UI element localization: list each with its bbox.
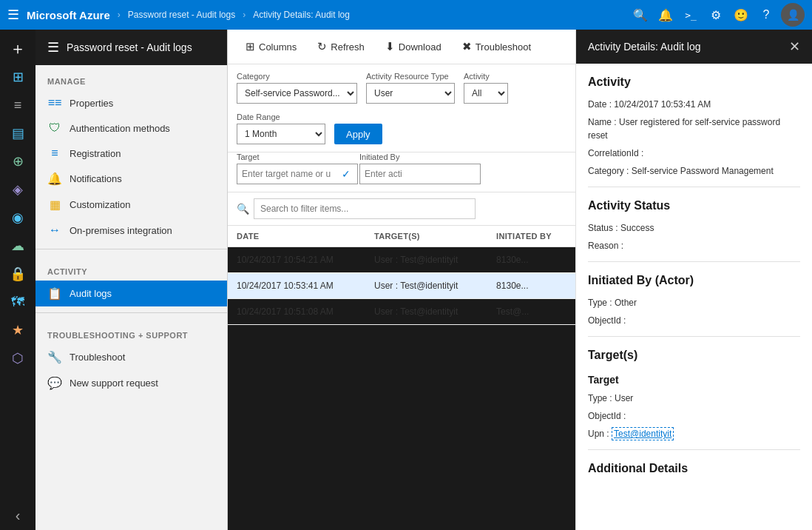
search-bar: 🔍 <box>228 192 575 226</box>
sidebar-item-properties[interactable]: ≡≡ Properties <box>35 90 227 115</box>
reason-row: Reason : <box>588 239 800 252</box>
reason-label: Reason : <box>588 241 623 251</box>
resource-type-select[interactable]: User <box>366 83 455 104</box>
columns-icon: ⊞ <box>246 40 255 53</box>
hamburger-menu-icon[interactable]: ☰ <box>7 7 19 23</box>
sidebar-title: Password reset - Audit logs <box>67 41 192 53</box>
status-section-title: Activity Status <box>588 199 800 212</box>
sidebar-item-registration[interactable]: ≡ Registration <box>35 141 227 166</box>
date-row: Date : 10/24/2017 10:53:41 AM <box>588 98 800 111</box>
right-panel-body: Activity Date : 10/24/2017 10:53:41 AM N… <box>576 64 812 496</box>
status-label: Status : <box>588 223 618 233</box>
feedback-icon[interactable]: 🙂 <box>731 4 751 25</box>
filters-row: Category Self-service Password... Activi… <box>228 64 575 152</box>
sidebar: ☰ Password reset - Audit logs MANAGE ≡≡ … <box>35 30 228 530</box>
cell-targets: User : Test@identityit <box>365 299 487 325</box>
manage-section-label: MANAGE <box>35 65 227 90</box>
security-icon[interactable]: 🔒 <box>3 261 33 287</box>
cloud-shell-icon[interactable]: >_ <box>680 4 701 25</box>
sidebar-item-label: Registration <box>70 148 121 159</box>
date-label: Date : <box>588 99 612 110</box>
troubleshoot-section-label: TROUBLESHOOTING + SUPPORT <box>35 319 227 344</box>
avatar[interactable]: 👤 <box>781 3 805 27</box>
sidebar-item-auth-methods[interactable]: 🛡 Authentication methods <box>35 115 227 141</box>
monitor-icon[interactable]: ◉ <box>3 204 33 231</box>
cell-initiated: Test@... <box>487 299 575 325</box>
properties-icon: ≡≡ <box>47 96 62 110</box>
rp-divider-4 <box>588 449 800 450</box>
sidebar-item-troubleshoot[interactable]: 🔧 Troubleshoot <box>35 344 227 370</box>
category-select[interactable]: Self-service Password... <box>237 83 357 104</box>
target-filter: Target ✓ <box>237 152 351 184</box>
icon-rail: ＋ ⊞ ≡ ▤ ⊕ ◈ ◉ ☁ 🔒 🗺 ★ ⬡ ‹ <box>0 30 35 530</box>
sidebar-item-onprem[interactable]: ↔ On-premises integration <box>35 218 227 243</box>
rp-divider-3 <box>588 336 800 337</box>
extra-icon[interactable]: ⬡ <box>3 345 33 372</box>
sidebar-item-customization[interactable]: ▦ Customization <box>35 192 227 218</box>
refresh-button[interactable]: ↻ Refresh <box>308 36 373 58</box>
right-panel-close-icon[interactable]: ✕ <box>789 38 800 55</box>
search-bar-icon: 🔍 <box>237 203 249 215</box>
storage-icon[interactable]: ☁ <box>3 232 33 259</box>
sidebar-item-label: Troubleshoot <box>70 352 125 363</box>
cell-date: 10/24/2017 10:53:41 AM <box>228 273 365 299</box>
all-resources-icon[interactable]: ≡ <box>3 92 33 118</box>
target-type-label: Type : <box>588 393 612 403</box>
onprem-icon: ↔ <box>47 224 62 237</box>
activity-section-title: Activity <box>588 76 800 89</box>
sidebar-item-audit-logs[interactable]: 📋 Audit logs <box>35 281 227 306</box>
sidebar-item-label: Properties <box>70 98 113 109</box>
upn-value[interactable]: Test@identityit <box>612 427 674 440</box>
audit-table: DATE TARGET(S) INITIATED BY 10/24/2017 1… <box>228 226 575 325</box>
category-row: Category : Self-service Password Managem… <box>588 164 800 178</box>
date-range-select[interactable]: 1 Month 1 Week 1 Day <box>237 124 325 144</box>
target-input-confirm-icon[interactable]: ✓ <box>342 168 351 180</box>
refresh-icon: ↻ <box>317 40 327 53</box>
sidebar-item-notifications[interactable]: 🔔 Notifications <box>35 166 227 192</box>
search-icon[interactable]: 🔍 <box>630 4 651 25</box>
breadcrumb-1[interactable]: Password reset - Audit logs <box>128 10 235 20</box>
notifications-sidebar-icon: 🔔 <box>47 172 62 186</box>
new-resource-icon[interactable]: ＋ <box>4 36 31 62</box>
table-container[interactable]: DATE TARGET(S) INITIATED BY 10/24/2017 1… <box>228 226 575 530</box>
upn-row: Upn : Test@identityit <box>588 427 800 440</box>
app-brand: Microsoft Azure <box>27 9 110 21</box>
table-row[interactable]: 10/24/2017 10:54:21 AM User : Test@ident… <box>228 247 575 273</box>
collapse-rail-icon[interactable]: ‹ <box>16 507 21 524</box>
col-header-initiated[interactable]: INITIATED BY <box>487 226 575 247</box>
sidebar-hamburger-icon[interactable]: ☰ <box>47 39 59 56</box>
starred-icon[interactable]: ★ <box>3 317 33 343</box>
breadcrumb-2[interactable]: Activity Details: Audit log <box>253 10 350 20</box>
table-row[interactable]: 10/24/2017 10:51:08 AM User : Test@ident… <box>228 299 575 325</box>
col-header-date[interactable]: DATE <box>228 226 365 247</box>
dashboard-icon[interactable]: ⊞ <box>3 64 33 90</box>
col-header-targets[interactable]: TARGET(S) <box>365 226 487 247</box>
sidebar-header: ☰ Password reset - Audit logs <box>35 30 227 65</box>
settings-icon[interactable]: ⚙ <box>706 4 726 25</box>
targets-section-title: Target(s) <box>588 349 800 362</box>
cell-initiated: 8130e... <box>487 247 575 273</box>
download-button[interactable]: ⬇ Download <box>376 36 450 58</box>
troubleshoot-toolbar-button[interactable]: ✖ Troubleshoot <box>453 36 540 58</box>
category-label: Category <box>237 72 357 81</box>
middle-content: ⊞ Columns ↻ Refresh ⬇ Download ✖ Trouble… <box>228 30 812 530</box>
maps-icon[interactable]: 🗺 <box>3 289 33 315</box>
notifications-icon[interactable]: 🔔 <box>655 4 676 25</box>
azure-ad-icon[interactable]: ◈ <box>3 176 33 203</box>
activity-select[interactable]: All <box>464 83 508 104</box>
columns-button[interactable]: ⊞ Columns <box>237 36 305 58</box>
auth-methods-icon: 🛡 <box>47 121 62 135</box>
rp-divider-2 <box>588 261 800 262</box>
initiated-by-input[interactable] <box>359 164 481 184</box>
help-icon[interactable]: ? <box>756 4 777 25</box>
target-input[interactable] <box>237 164 358 184</box>
resource-groups-icon[interactable]: ▤ <box>3 120 33 147</box>
marketplace-icon[interactable]: ⊕ <box>3 148 33 175</box>
target-objectid-row: ObjectId : <box>588 409 800 423</box>
search-input[interactable] <box>254 198 476 219</box>
table-row[interactable]: 10/24/2017 10:53:41 AM User : Test@ident… <box>228 273 575 299</box>
apply-button[interactable]: Apply <box>334 124 382 144</box>
sidebar-divider-2 <box>35 312 227 313</box>
sidebar-item-support[interactable]: 💬 New support request <box>35 370 227 396</box>
upn-label: Upn : <box>588 429 609 439</box>
